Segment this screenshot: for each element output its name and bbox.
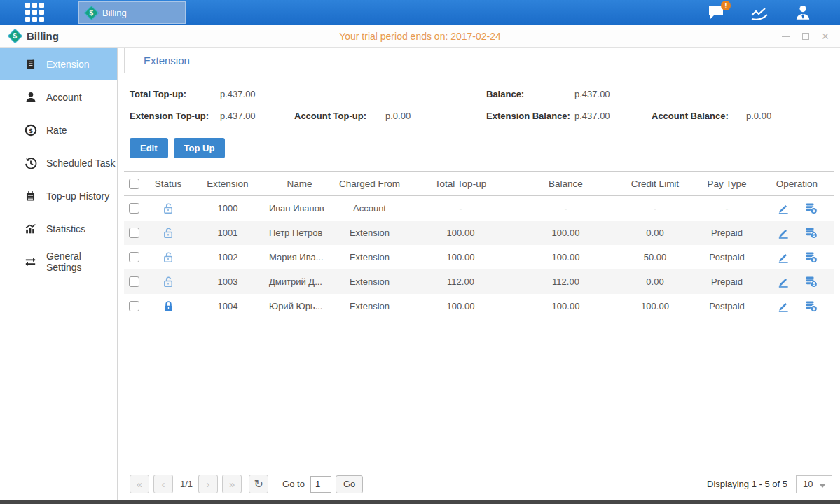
credit-limit-cell: - <box>617 203 694 214</box>
extension-cell: 1003 <box>189 276 266 287</box>
top-up-row-icon[interactable]: $ <box>804 275 818 288</box>
rate-icon: $ <box>24 124 37 136</box>
history-icon <box>24 157 37 169</box>
user-icon <box>24 91 37 104</box>
sidebar-item-rate[interactable]: $Rate <box>0 113 117 146</box>
column-header: Balance <box>515 178 617 189</box>
svg-text:$: $ <box>812 281 815 287</box>
taskbar-tab-label: Billing <box>102 8 127 18</box>
column-header: Operation <box>760 178 834 189</box>
svg-text:$: $ <box>29 126 33 134</box>
sidebar-item-general-settings[interactable]: General Settings <box>0 245 117 278</box>
goto-page-input[interactable] <box>310 476 331 493</box>
lock-open-icon[interactable] <box>162 226 175 239</box>
column-header: Charged From <box>333 178 406 189</box>
svg-text:$: $ <box>812 208 815 214</box>
pay-type-cell: Postpaid <box>694 301 760 312</box>
total-topup-cell: 100.00 <box>406 227 515 238</box>
balance-value: p.437.00 <box>574 89 610 99</box>
edit-row-icon[interactable] <box>776 202 790 215</box>
row-checkbox[interactable] <box>129 203 139 214</box>
first-page-button[interactable]: « <box>130 475 149 493</box>
select-all-checkbox[interactable] <box>129 178 139 189</box>
credit-limit-cell: 0.00 <box>617 227 694 238</box>
edit-row-icon[interactable] <box>776 275 790 288</box>
displaying-text: Displaying 1 - 5 of 5 <box>707 479 787 489</box>
tab-strip: Extension <box>118 48 840 74</box>
extension-cell: 1000 <box>189 203 266 214</box>
maximize-icon[interactable] <box>801 31 811 41</box>
sidebar: ExtensionAccount$RateScheduled TaskTop-u… <box>0 48 118 500</box>
chevron-down-icon <box>819 484 826 488</box>
close-icon[interactable]: × <box>820 31 830 41</box>
sidebar-item-label: Scheduled Task <box>46 158 116 169</box>
go-button[interactable]: Go <box>336 475 363 493</box>
lock-open-icon[interactable] <box>162 251 175 264</box>
edit-row-icon[interactable] <box>776 251 790 264</box>
last-page-button[interactable]: » <box>222 475 242 493</box>
refresh-icon[interactable]: ↻ <box>249 475 268 493</box>
sidebar-item-label: General Settings <box>46 251 117 273</box>
balance-label: Balance: <box>486 89 574 99</box>
top-up-row-icon[interactable]: $ <box>804 251 818 264</box>
statistics-chart-icon[interactable] <box>749 4 770 22</box>
edit-button[interactable]: Edit <box>130 138 168 158</box>
pay-type-cell: Prepaid <box>694 276 760 287</box>
column-header: Pay Type <box>694 178 760 189</box>
charged-from-cell: Extension <box>333 276 406 287</box>
trial-notice: Your trial period ends on: 2017-02-24 <box>178 31 662 42</box>
extension-balance-value: p.437.00 <box>574 111 652 121</box>
row-checkbox[interactable] <box>129 301 139 312</box>
account-balance-value: p.0.00 <box>746 111 771 121</box>
prev-page-button[interactable]: ‹ <box>153 475 173 493</box>
balance-cell: 100.00 <box>515 252 617 262</box>
row-checkbox[interactable] <box>129 252 139 262</box>
minimize-icon[interactable] <box>781 31 791 41</box>
table-header-row: StatusExtensionNameCharged FromTotal Top… <box>124 171 834 196</box>
credit-limit-cell: 0.00 <box>617 276 694 287</box>
sidebar-item-statistics[interactable]: Statistics <box>0 212 117 245</box>
edit-row-icon[interactable] <box>776 300 790 313</box>
balance-cell: 100.00 <box>515 301 617 312</box>
column-header: Status <box>147 178 189 189</box>
row-checkbox[interactable] <box>129 276 139 287</box>
extension-cell: 1004 <box>189 301 266 312</box>
user-account-icon[interactable] <box>792 4 813 22</box>
total-topup-label: Total Top-up: <box>130 89 220 99</box>
name-cell: Иван Иванов <box>266 203 333 214</box>
ledger-icon <box>24 58 37 71</box>
taskbar-tab-billing[interactable]: $ Billing <box>78 1 186 24</box>
total-topup-cell: 100.00 <box>406 252 515 262</box>
tab-extension[interactable]: Extension <box>124 48 209 74</box>
account-topup-label: Account Top-up: <box>294 111 385 121</box>
name-cell: Мария Ива... <box>266 252 333 262</box>
column-header: Total Top-up <box>406 178 515 189</box>
sidebar-item-label: Statistics <box>46 223 85 234</box>
top-up-row-icon[interactable]: $ <box>804 202 818 215</box>
notifications-chat-icon[interactable]: ! <box>705 4 727 22</box>
lock-open-icon[interactable] <box>162 275 175 288</box>
credit-limit-cell: 50.00 <box>617 252 694 262</box>
app-launcher-icon[interactable] <box>25 3 45 22</box>
top-up-row-icon[interactable]: $ <box>804 300 818 313</box>
sidebar-item-scheduled-task[interactable]: Scheduled Task <box>0 146 117 179</box>
sidebar-item-extension[interactable]: Extension <box>0 48 117 80</box>
page-size-value: 10 <box>803 479 813 489</box>
table-row: 1004Юрий Юрь...Extension100.00100.00100.… <box>124 294 834 318</box>
row-checkbox[interactable] <box>129 227 139 238</box>
window-title: $ Billing <box>10 30 178 42</box>
total-topup-cell: - <box>406 203 515 214</box>
notepad-icon <box>24 190 37 202</box>
billing-summary: Total Top-up: p.437.00 Extension Top-up:… <box>118 83 840 128</box>
sidebar-item-top-up-history[interactable]: Top-up History <box>0 179 117 212</box>
name-cell: Дмитрий Д... <box>266 276 333 287</box>
top-up-button[interactable]: Top Up <box>174 138 226 158</box>
sidebar-item-account[interactable]: Account <box>0 80 117 113</box>
lock-open-icon[interactable] <box>162 202 175 215</box>
page-size-select[interactable]: 10 <box>796 475 832 493</box>
next-page-button[interactable]: › <box>198 475 218 493</box>
top-up-row-icon[interactable]: $ <box>804 226 818 239</box>
edit-row-icon[interactable] <box>776 226 790 239</box>
topbar-actions: ! <box>705 0 813 25</box>
lock-closed-icon[interactable] <box>162 300 175 313</box>
